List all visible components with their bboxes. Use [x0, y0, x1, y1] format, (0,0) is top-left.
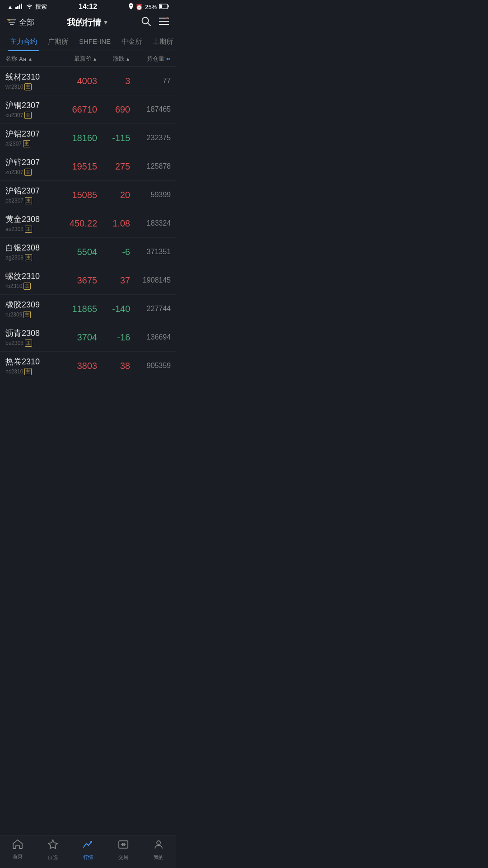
table-row[interactable]: 白银2308 ag2308 主 5504 -6 371351	[0, 238, 176, 266]
row-name-col: 黄金2308 au2308 主	[5, 214, 64, 233]
row-change: 38	[97, 361, 130, 371]
col-name-header[interactable]: 名称 Aa ▲	[5, 55, 64, 63]
row-sub-code: rb2310	[5, 283, 22, 289]
row-main-tag: 主	[23, 311, 31, 318]
table-row[interactable]: 沥青2308 bu2308 主 3704 -16 136694	[0, 323, 176, 352]
svg-rect-7	[160, 5, 162, 8]
header-title[interactable]: 我的行情 ▼	[67, 17, 109, 28]
row-price: 18160	[64, 133, 97, 143]
row-change: 20	[97, 190, 130, 200]
svg-point-17	[166, 17, 168, 19]
row-position: 183324	[130, 219, 171, 227]
search-icon[interactable]	[141, 16, 151, 28]
row-name-col: 沪铜2307 cu2307 主	[5, 100, 64, 119]
table-body: 线材2310 wr2310 主 4003 3 77 沪铜2307 cu2307 …	[0, 67, 176, 416]
col-name-sort[interactable]: Aa	[19, 56, 26, 62]
status-right: ⏰ 25%	[129, 3, 169, 11]
tab-gqs[interactable]: 广期所	[42, 33, 74, 51]
row-main-tag: 主	[24, 112, 32, 119]
row-position: 232375	[130, 134, 171, 142]
row-name-main: 橡胶2309	[5, 299, 64, 310]
row-name-main: 白银2308	[5, 242, 64, 253]
row-change: 690	[97, 104, 130, 115]
row-name-main: 沪铅2307	[5, 185, 64, 196]
table-row[interactable]: 黄金2308 au2308 主 450.22 1.08 183324	[0, 209, 176, 238]
status-time: 14:12	[79, 3, 97, 11]
row-name-sub: hc2310 主	[5, 368, 64, 375]
row-position: 125878	[130, 162, 171, 170]
row-name-main: 沥青2308	[5, 328, 64, 339]
table-row[interactable]: 沪铝2307 al2307 主 18160 -115 232375	[0, 124, 176, 152]
row-sub-code: ag2308	[5, 255, 23, 261]
row-main-tag: 主	[25, 197, 32, 204]
tab-main-contract[interactable]: 主力合约	[5, 33, 42, 51]
svg-point-4	[29, 7, 30, 8]
row-price: 450.22	[64, 218, 97, 229]
row-name-sub: pb2307 主	[5, 197, 64, 204]
row-change: 3	[97, 76, 130, 86]
row-position: 59399	[130, 191, 171, 199]
row-change: -16	[97, 332, 130, 343]
row-name-sub: zn2307 主	[5, 169, 64, 176]
row-main-tag: 主	[23, 283, 31, 290]
table-row[interactable]: 螺纹2310 rb2310 主 3675 37 1908145	[0, 266, 176, 295]
header: 全部 我的行情 ▼	[0, 13, 176, 33]
network-bars	[15, 4, 23, 10]
battery-icon	[159, 4, 169, 10]
row-main-tag: 主	[24, 83, 32, 90]
table-header: 名称 Aa ▲ 最新价 ▲ 涨跌 ▲ 持仓量 ≫	[0, 51, 176, 67]
row-position: 136694	[130, 333, 171, 341]
signal-icon: ▲	[7, 4, 13, 10]
row-change: -115	[97, 133, 130, 143]
row-name-col: 沪铅2307 pb2307 主	[5, 185, 64, 204]
header-filter[interactable]: 全部	[7, 17, 34, 28]
table-row[interactable]: 橡胶2309 ru2309 主 11865 -140 227744	[0, 295, 176, 323]
row-sub-code: au2308	[5, 226, 23, 232]
row-price: 3704	[64, 332, 97, 343]
row-position: 227744	[130, 305, 171, 313]
svg-rect-6	[168, 5, 169, 7]
row-name-main: 沪铜2307	[5, 100, 64, 111]
row-change: -140	[97, 304, 130, 314]
row-price: 66710	[64, 104, 97, 115]
svg-rect-1	[17, 6, 19, 9]
tab-shfe-ine[interactable]: SHFE-INE	[74, 33, 116, 51]
row-change: 37	[97, 275, 130, 286]
col-position-header[interactable]: 持仓量 ≫	[130, 55, 171, 63]
row-name-main: 螺纹2310	[5, 271, 64, 282]
row-name-col: 沪锌2307 zn2307 主	[5, 157, 64, 176]
row-sub-code: zn2307	[5, 169, 23, 175]
row-name-main: 黄金2308	[5, 214, 64, 225]
tab-cffex[interactable]: 中金所	[116, 33, 147, 51]
tab-shfe[interactable]: 上期所	[147, 33, 176, 51]
table-row[interactable]: 沪铅2307 pb2307 主 15085 20 59399	[0, 181, 176, 209]
row-sub-code: hc2310	[5, 368, 23, 375]
menu-icon[interactable]	[159, 17, 169, 28]
row-name-sub: cu2307 主	[5, 112, 64, 119]
row-name-main: 线材2310	[5, 71, 64, 82]
col-change-header[interactable]: 涨跌 ▲	[97, 55, 130, 63]
table-row[interactable]: 沪铜2307 cu2307 主 66710 690 187465	[0, 95, 176, 124]
col-price-header[interactable]: 最新价 ▲	[64, 55, 97, 63]
table-row[interactable]: 线材2310 wr2310 主 4003 3 77	[0, 67, 176, 95]
svg-point-11	[8, 19, 10, 21]
row-name-col: 热卷2310 hc2310 主	[5, 356, 64, 375]
row-name-sub: bu2308 主	[5, 340, 64, 347]
row-price: 11865	[64, 304, 97, 314]
row-sub-code: pb2307	[5, 198, 23, 204]
row-change: 275	[97, 161, 130, 172]
row-name-sub: ru2309 主	[5, 311, 64, 318]
position-sort-icon: ≫	[165, 56, 171, 62]
table-row[interactable]: 热卷2310 hc2310 主 3803 38 905359	[0, 352, 176, 380]
row-price: 19515	[64, 161, 97, 172]
row-name-col: 沥青2308 bu2308 主	[5, 328, 64, 347]
row-name-sub: au2308 主	[5, 226, 64, 233]
status-bar: ▲ 搜索 14:12 ⏰ 25%	[0, 0, 176, 13]
svg-rect-3	[21, 4, 22, 9]
row-change: 1.08	[97, 218, 130, 229]
table-row[interactable]: 沪锌2307 zn2307 主 19515 275 125878	[0, 152, 176, 181]
row-name-sub: wr2310 主	[5, 83, 64, 90]
name-sort-arrow: ▲	[28, 57, 33, 61]
chevron-down-icon: ▼	[103, 19, 109, 26]
filter-label: 全部	[19, 17, 34, 28]
